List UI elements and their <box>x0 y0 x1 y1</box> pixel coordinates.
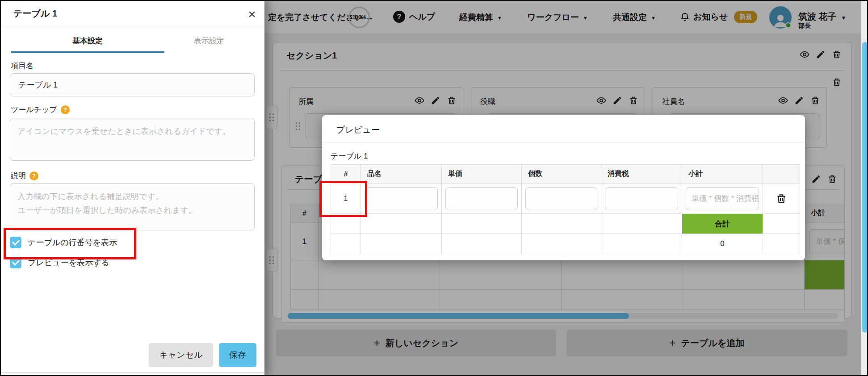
table-cell <box>361 234 442 254</box>
table-cell <box>763 184 800 214</box>
checkbox-show-row-numbers[interactable]: テーブルの行番号を表示 <box>10 237 117 248</box>
table-cell <box>522 234 601 254</box>
table-cell: 単価 * 個数 * 消費税 <box>682 184 763 214</box>
tab-basic-settings[interactable]: 基本設定 <box>11 28 164 53</box>
table-cell <box>522 214 601 234</box>
save-button[interactable]: 保存 <box>219 343 256 367</box>
table-cell <box>361 184 442 214</box>
checkbox-checked-icon[interactable] <box>10 237 21 248</box>
table-cell <box>601 234 682 254</box>
drawer-title: テーブル 1 <box>13 8 57 20</box>
table-settings-drawer: テーブル 1 基本設定 表示設定 項目名 ツールチップ アイコンにマウスを乗せた… <box>0 0 264 376</box>
tab-display-settings[interactable]: 表示設定 <box>164 28 254 53</box>
close-icon[interactable] <box>243 5 261 23</box>
question-icon[interactable] <box>61 105 70 114</box>
question-icon[interactable] <box>29 171 38 180</box>
table-cell <box>361 214 442 234</box>
quantity-cell-input[interactable] <box>525 187 597 210</box>
divider <box>0 372 264 373</box>
checkbox-label: テーブルの行番号を表示 <box>28 237 117 248</box>
item-name-label: 項目名 <box>11 61 34 71</box>
total-value-cell: 0 <box>682 234 763 254</box>
column-header-tax: 消費税 <box>601 165 682 184</box>
subtotal-cell-input[interactable]: 単価 * 個数 * 消費税 <box>686 187 759 210</box>
description-textarea[interactable]: 入力欄の下に表示される補足説明です。 ユーザーが項目を選択した時のみ表示されます… <box>10 183 255 230</box>
table-cell <box>442 184 522 214</box>
column-header-number: # <box>331 165 361 184</box>
tooltip-label-text: ツールチップ <box>11 104 57 115</box>
drawer-tabs: 基本設定 表示設定 <box>11 28 254 53</box>
vertical-scrollbar-thumb[interactable] <box>862 42 868 333</box>
column-header-actions <box>763 165 800 184</box>
app-screen: 定を完了させてください → 100% ヘルプ 経費精算 ワークフロー 共通設定 … <box>0 0 868 376</box>
table-cell <box>442 214 522 234</box>
checkbox-label: プレビューを表示する <box>28 257 109 268</box>
cancel-button[interactable]: キャンセル <box>149 343 213 367</box>
trash-icon[interactable] <box>776 193 787 205</box>
table-cell <box>763 214 800 234</box>
preview-table-title: テーブル 1 <box>331 151 368 161</box>
item-name-label-text: 項目名 <box>11 61 34 71</box>
description-label: 説明 <box>11 171 38 181</box>
divider <box>322 142 805 142</box>
column-header-unit-price: 単価 <box>442 165 522 184</box>
table-cell <box>601 214 682 234</box>
item-name-cell-input[interactable] <box>365 187 438 210</box>
table-cell <box>331 214 361 234</box>
preview-title: プレビュー <box>336 124 380 136</box>
column-header-quantity: 個数 <box>522 165 601 184</box>
row-number-cell: 1 <box>331 184 361 214</box>
preview-modal: プレビュー テーブル 1 # 品名 単価 個数 消費税 小計 1 単価 * 個数… <box>322 115 805 260</box>
unit-price-cell-input[interactable] <box>445 187 518 210</box>
description-label-text: 説明 <box>11 171 26 181</box>
table-cell <box>601 184 682 214</box>
column-header-item: 品名 <box>361 165 442 184</box>
table-cell: 合計 <box>682 214 763 234</box>
checkbox-show-preview[interactable]: プレビューを表示する <box>10 257 109 268</box>
table-cell <box>442 234 522 254</box>
table-cell <box>522 184 601 214</box>
table-cell <box>763 234 800 254</box>
vertical-scrollbar-track[interactable] <box>861 0 868 376</box>
preview-table: # 品名 単価 個数 消費税 小計 1 単価 * 個数 * 消費税 合計 <box>331 164 800 254</box>
tooltip-textarea[interactable]: アイコンにマウスを乗せたときに表示されるガイドです。 <box>10 118 255 161</box>
table-cell <box>331 234 361 254</box>
tax-cell-input[interactable] <box>605 187 678 210</box>
column-header-subtotal: 小計 <box>682 165 763 184</box>
checkbox-checked-icon[interactable] <box>10 257 21 268</box>
item-name-input[interactable] <box>10 73 255 96</box>
total-button[interactable]: 合計 <box>682 214 763 234</box>
tooltip-label: ツールチップ <box>11 104 70 115</box>
